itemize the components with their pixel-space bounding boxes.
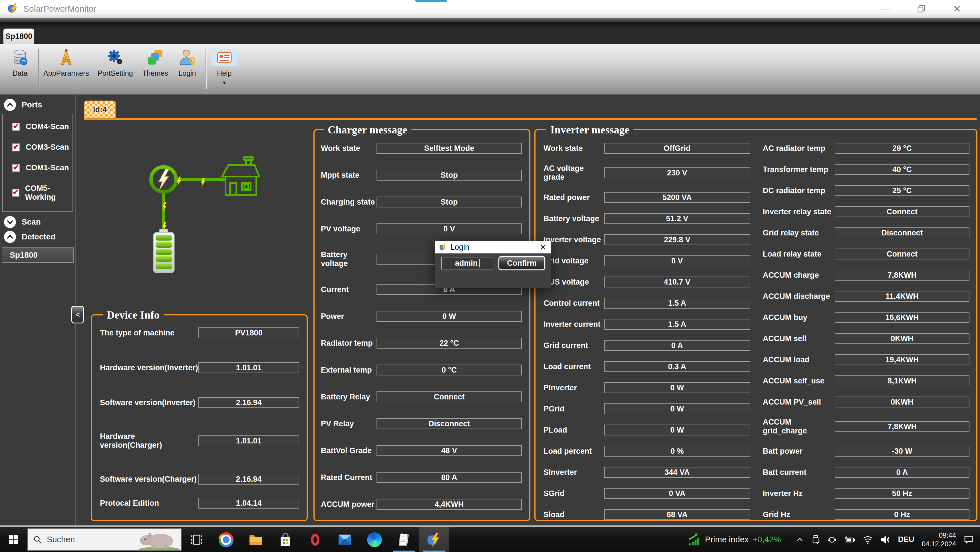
login-button[interactable]: Login <box>171 47 203 79</box>
chevron-up-icon <box>4 99 16 111</box>
inverter-row: Load relay state Connect <box>763 249 969 259</box>
search-input[interactable]: Suchen <box>27 528 181 551</box>
start-button[interactable] <box>0 527 27 552</box>
field-value: -30 W <box>835 446 969 456</box>
field-value: Connect <box>377 391 522 402</box>
field-value: 1.5 A <box>604 319 750 330</box>
field-label: Battery voltage <box>321 250 377 268</box>
dialog-close-icon[interactable]: ✕ <box>539 243 547 252</box>
field-label: Radiator temp <box>321 339 377 348</box>
task-view-button[interactable] <box>181 527 211 552</box>
inverter-row: SGrid 0 VA <box>544 488 750 499</box>
microsoft-store-app-icon[interactable] <box>270 527 300 552</box>
inverter-row: Batt power -30 W <box>763 446 969 456</box>
house-icon <box>222 157 259 195</box>
field-value: 48 V <box>377 445 522 456</box>
field-label: ACCUM power <box>321 500 377 509</box>
port-checkbox-row[interactable]: COM3-Scan <box>12 143 73 152</box>
notepad-app-icon[interactable] <box>389 527 419 552</box>
prime-index-widget[interactable]: Prime index +0,42% <box>688 533 781 546</box>
device-info-row: Hardware version(Charger) 1.01.01 <box>100 432 299 450</box>
port-setting-button[interactable]: PortSetting <box>91 47 139 79</box>
field-label: Load current <box>544 362 604 371</box>
themes-button[interactable]: Themes <box>139 47 171 79</box>
checkbox-checked-icon[interactable] <box>12 123 20 131</box>
chrome-app-icon[interactable] <box>211 527 241 552</box>
inverter-row: Transformer temp 40 °C <box>763 164 969 175</box>
field-value: 2.16.94 <box>199 397 299 408</box>
sidebar-section-detected[interactable]: Detected <box>0 230 75 245</box>
port-checkbox-row[interactable]: COM5-Working <box>12 184 73 202</box>
field-value: 0 W <box>604 404 750 414</box>
title-bar: SolarPowerMonitor — ✕ <box>0 0 980 18</box>
inverter-row: Sload 68 VA <box>544 509 750 520</box>
inverter-row: ACCUM discharge 11,4KWH <box>763 291 969 302</box>
file-explorer-app-icon[interactable] <box>241 527 270 552</box>
port-setting-icon <box>107 49 124 66</box>
panel-title: Device Info <box>103 309 164 321</box>
language-indicator[interactable]: DEU <box>898 535 914 544</box>
field-label: BUS voltage <box>544 278 604 287</box>
background-window-edge <box>415 0 447 2</box>
field-value: 0 % <box>604 446 750 456</box>
checkbox-checked-icon[interactable] <box>12 189 19 197</box>
confirm-button[interactable]: Confirm <box>498 256 545 270</box>
usb-icon[interactable] <box>811 535 820 544</box>
charger-row: External temp 0 °C <box>321 365 522 375</box>
app-parameters-button[interactable]: AppParamters <box>41 47 91 79</box>
field-label: Load percent <box>544 447 604 456</box>
inverter-row: ACCUM charge 7,8KWH <box>763 270 969 281</box>
field-label: Control current <box>544 299 604 308</box>
clock[interactable]: 09:44 04.12.2024 <box>922 531 956 548</box>
inverter-row: SInverter 344 VA <box>544 467 750 478</box>
database-icon <box>11 49 29 66</box>
data-button[interactable]: Data <box>4 47 36 79</box>
minimize-button[interactable]: — <box>880 4 890 14</box>
solar-power-monitor-window: SolarPowerMonitor — ✕ Sp1800 Data AppPar… <box>0 0 980 552</box>
port-label: COM3-Scan <box>26 143 69 152</box>
rhino-image <box>132 529 181 550</box>
restore-button[interactable] <box>917 5 926 13</box>
detected-device-sp1800[interactable]: Sp1800 <box>2 247 74 263</box>
inverter-row: PGrid 0 W <box>544 404 750 414</box>
device-info-row: Protocal Edition 1.04.14 <box>100 498 299 509</box>
help-dropdown-arrow: ▾ <box>223 79 226 86</box>
sidebar: Ports COM4-Scan COM3-Scan COM1-Scan COM5… <box>0 95 76 525</box>
chevron-down-icon <box>4 216 16 228</box>
volume-icon[interactable] <box>880 535 891 544</box>
close-button[interactable]: ✕ <box>953 4 961 14</box>
checkbox-checked-icon[interactable] <box>12 144 20 152</box>
field-label: ACCUM discharge <box>763 292 835 301</box>
mail-app-icon[interactable] <box>330 527 360 552</box>
field-value: 50 Hz <box>835 488 969 499</box>
power-battery-icon[interactable] <box>844 535 855 544</box>
checkbox-checked-icon[interactable] <box>12 164 20 172</box>
inverter-row: ACCUM grid_charge 7,8KWH <box>763 418 969 436</box>
field-label: PLoad <box>544 426 604 435</box>
field-label: BattVol Grade <box>321 446 377 455</box>
login-dialog-titlebar[interactable]: Login ✕ <box>435 241 551 254</box>
wifi-icon[interactable] <box>863 535 873 544</box>
field-value: Disconnect <box>835 227 969 238</box>
sidebar-collapse-button[interactable]: < <box>72 306 84 324</box>
username-input[interactable]: admin <box>441 257 493 270</box>
help-button[interactable]: Help ▾ <box>208 47 240 88</box>
search-icon <box>33 535 42 544</box>
port-checkbox-row[interactable]: COM1-Scan <box>12 163 73 172</box>
sidebar-section-scan[interactable]: Scan <box>0 215 75 230</box>
edge-app-icon[interactable] <box>360 527 389 552</box>
device-doc-tab-id4[interactable]: Id:4 <box>84 101 116 119</box>
charger-row: BattVol Grade 48 V <box>321 445 522 456</box>
hidden-icons-chevron[interactable] <box>796 536 804 544</box>
port-checkbox-row[interactable]: COM4-Scan <box>12 122 73 131</box>
notification-center-icon[interactable] <box>963 535 974 544</box>
opera-app-icon[interactable] <box>300 527 330 552</box>
solar-power-monitor-taskbar-icon[interactable] <box>419 527 449 552</box>
inverter-row: Grid relay state Disconnect <box>763 227 969 238</box>
sidebar-section-ports[interactable]: Ports <box>0 95 75 113</box>
ribbon-tab-sp1800[interactable]: Sp1800 <box>3 29 34 44</box>
field-label: Mppt state <box>321 171 377 180</box>
field-value: 1.04.14 <box>199 498 299 509</box>
field-value: 0 W <box>377 311 522 322</box>
display-sync-icon[interactable] <box>827 535 837 544</box>
